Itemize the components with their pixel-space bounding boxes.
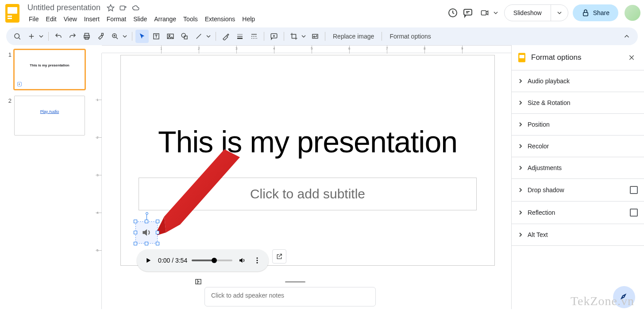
- panel-section-label: Position: [528, 121, 550, 128]
- insert-image-icon[interactable]: [164, 30, 177, 43]
- avatar[interactable]: [625, 5, 640, 21]
- panel-section-size-rotation[interactable]: Size & Rotation: [512, 92, 644, 114]
- slideshow-button[interactable]: Slideshow: [504, 4, 568, 21]
- insert-shape-icon[interactable]: [178, 30, 191, 43]
- insert-line-caret[interactable]: [206, 30, 212, 43]
- slide-thumb-2[interactable]: Play Audio: [14, 96, 85, 136]
- comments-icon[interactable]: [463, 8, 473, 18]
- move-icon[interactable]: [119, 4, 127, 12]
- svg-rect-7: [464, 9, 472, 15]
- share-button[interactable]: Share: [573, 4, 618, 21]
- chevron-right-icon: [518, 78, 523, 84]
- svg-point-26: [257, 262, 258, 264]
- slide-surface[interactable]: This is my presentation Click to add sub…: [120, 55, 495, 266]
- new-slide-icon[interactable]: [25, 30, 38, 43]
- zoom-caret[interactable]: [123, 30, 129, 43]
- chevron-right-icon: [518, 122, 523, 127]
- more-options-icon[interactable]: [252, 255, 262, 266]
- menu-insert[interactable]: Insert: [81, 14, 103, 24]
- resize-handle[interactable]: [156, 220, 159, 223]
- reset-image-icon[interactable]: [309, 30, 322, 43]
- checkbox[interactable]: [630, 209, 638, 217]
- chevron-right-icon: [518, 165, 523, 170]
- replace-image-button[interactable]: Replace image: [328, 30, 378, 43]
- resize-handle[interactable]: [134, 220, 137, 223]
- star-icon[interactable]: [107, 4, 115, 12]
- slide-resize-handle[interactable]: [285, 281, 305, 283]
- panel-section-reflection[interactable]: Reflection: [512, 202, 644, 224]
- speaker-notes[interactable]: Click to add speaker notes: [204, 287, 376, 306]
- svg-rect-1: [8, 7, 17, 14]
- new-slide-caret[interactable]: [39, 30, 45, 43]
- subtitle-text: Click to add subtitle: [250, 186, 365, 202]
- menu-slide[interactable]: Slide: [130, 14, 150, 24]
- resize-handle[interactable]: [156, 242, 159, 245]
- border-dash-icon[interactable]: [247, 30, 261, 43]
- slide-thumb-1[interactable]: This is my presentation: [14, 50, 85, 89]
- cloud-status-icon[interactable]: [131, 4, 140, 12]
- text-box-icon[interactable]: [150, 30, 163, 43]
- insert-line-icon[interactable]: [192, 30, 205, 43]
- menu-view[interactable]: View: [61, 14, 80, 24]
- slide-canvas[interactable]: 1 2 3 4 5 6 7 8 9 1 2 3 4 5 This is my p…: [96, 45, 511, 309]
- svg-point-24: [257, 257, 258, 259]
- menu-extensions[interactable]: Extensions: [202, 14, 238, 24]
- checkbox[interactable]: [630, 186, 638, 194]
- resize-handle[interactable]: [145, 220, 148, 223]
- hide-menus-icon[interactable]: [620, 30, 633, 43]
- close-icon[interactable]: [625, 51, 638, 64]
- format-options-button[interactable]: Format options: [385, 30, 435, 43]
- resize-handle[interactable]: [156, 231, 159, 234]
- slide-title[interactable]: This is my presentation: [121, 124, 494, 159]
- zoom-icon[interactable]: [108, 30, 122, 43]
- panel-logo-icon: [518, 53, 526, 62]
- panel-section-recolor[interactable]: Recolor: [512, 136, 644, 157]
- undo-icon[interactable]: [52, 30, 65, 43]
- svg-rect-29: [520, 55, 524, 58]
- panel-section-alt-text[interactable]: Alt Text: [512, 224, 644, 246]
- menu-edit[interactable]: Edit: [43, 14, 60, 24]
- menu-format[interactable]: Format: [104, 14, 129, 24]
- last-edit-icon[interactable]: [447, 8, 458, 18]
- select-tool-icon[interactable]: [135, 30, 149, 43]
- collapse-filmstrip-icon[interactable]: [193, 276, 204, 287]
- menu-help[interactable]: Help: [239, 14, 258, 24]
- resize-handle[interactable]: [134, 242, 137, 245]
- paint-format-icon[interactable]: [94, 30, 108, 43]
- share-label: Share: [593, 9, 609, 16]
- meet-present-button[interactable]: [478, 7, 500, 19]
- crop-image-icon[interactable]: [287, 30, 301, 43]
- menu-arrange[interactable]: Arrange: [151, 14, 179, 24]
- app-logo[interactable]: [4, 3, 21, 24]
- panel-section-drop-shadow[interactable]: Drop shadow: [512, 179, 644, 202]
- speaker-notes-placeholder: Click to add speaker notes: [211, 292, 284, 299]
- slide-index: 2: [6, 96, 12, 136]
- resize-handle[interactable]: [134, 231, 137, 234]
- panel-section-adjustments[interactable]: Adjustments: [512, 157, 644, 179]
- svg-point-25: [257, 260, 258, 261]
- search-menus-icon[interactable]: [11, 30, 24, 43]
- border-weight-icon[interactable]: [233, 30, 247, 43]
- slideshow-label: Slideshow: [513, 9, 542, 16]
- rotate-handle[interactable]: [146, 212, 148, 215]
- resize-handle[interactable]: [145, 242, 148, 245]
- insert-comment-icon[interactable]: [267, 30, 281, 43]
- doc-title[interactable]: Untitled presentation: [26, 3, 102, 13]
- slideshow-caret[interactable]: [551, 5, 568, 21]
- panel-section-audio-playback[interactable]: Audio playback: [512, 70, 644, 92]
- mute-icon[interactable]: [237, 255, 247, 266]
- menu-tools[interactable]: Tools: [180, 14, 201, 24]
- crop-caret[interactable]: [301, 30, 308, 43]
- print-icon[interactable]: [80, 30, 93, 43]
- panel-section-position[interactable]: Position: [512, 114, 644, 136]
- audio-object[interactable]: [136, 222, 157, 243]
- menu-file[interactable]: File: [26, 14, 42, 24]
- play-icon[interactable]: [143, 255, 154, 266]
- player-seek[interactable]: [192, 260, 232, 261]
- border-color-icon[interactable]: [219, 30, 232, 43]
- panel-title: Format options: [531, 53, 581, 62]
- popout-icon[interactable]: [272, 249, 286, 264]
- speaker-icon: [141, 227, 152, 238]
- redo-icon[interactable]: [66, 30, 79, 43]
- subtitle-placeholder[interactable]: Click to add subtitle: [139, 178, 477, 210]
